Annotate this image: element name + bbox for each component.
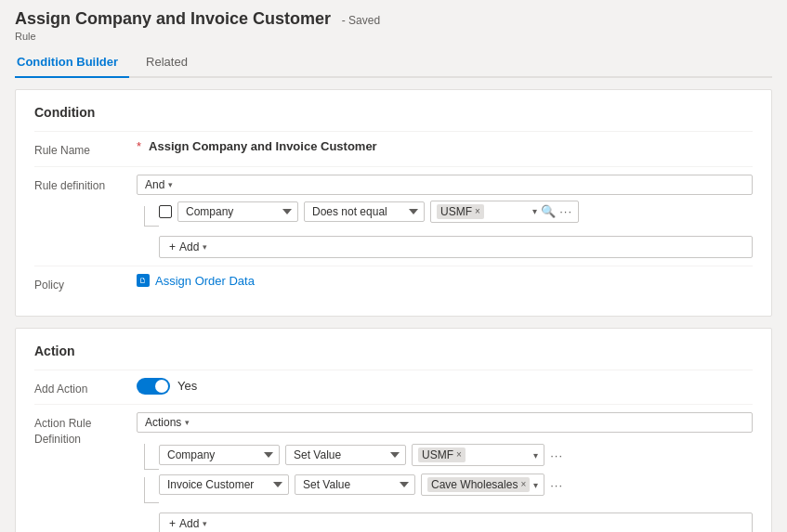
action-add-label: Add: [179, 517, 199, 530]
policy-doc-icon: 🗋: [137, 274, 150, 287]
condition-tag-close-icon[interactable]: ×: [475, 207, 480, 216]
condition-operator-select[interactable]: Does not equal: [304, 201, 425, 222]
action-section-title: Action: [34, 344, 753, 358]
condition-row-1: Company Does not equal USMF × ▾: [159, 201, 579, 223]
toggle-yes-label: Yes: [177, 379, 197, 393]
action-rule-definition-row: Action Rule Definition Actions ▾: [34, 404, 753, 532]
policy-link[interactable]: 🗋 Assign Order Data: [137, 274, 753, 288]
condition-field-select[interactable]: Company: [177, 201, 298, 222]
add-action-row: Add Action Yes: [34, 370, 753, 405]
condition-add-label: Add: [179, 240, 199, 253]
action-tag-close-1[interactable]: ×: [456, 450, 462, 460]
action-tag-close-2[interactable]: ×: [520, 480, 526, 489]
add-action-content: Yes: [137, 378, 753, 395]
condition-tag-text: USMF: [440, 205, 472, 218]
tabs-container: Condition Builder Related: [15, 47, 772, 78]
chevron-down-icon[interactable]: ▾: [532, 206, 537, 216]
action-chevron-1[interactable]: ▾: [533, 450, 538, 461]
rule-name-label: Rule Name: [34, 139, 137, 159]
action-add-plus-icon: +: [169, 517, 176, 530]
condition-checkbox[interactable]: [159, 205, 172, 218]
policy-link-text: Assign Order Data: [155, 274, 255, 288]
rule-name-row: Rule Name * Assign Company and Invoice C…: [34, 131, 753, 166]
action-rule-def-content: Actions ▾ Company: [137, 412, 753, 532]
tag-input-actions: ▾ 🔍 ···: [532, 204, 572, 218]
tab-condition-builder[interactable]: Condition Builder: [15, 47, 129, 78]
action-field-select-1[interactable]: Company: [159, 445, 280, 465]
action-operator-select-2[interactable]: Set Value: [295, 474, 415, 495]
page-title: Assign Company and Invoice Customer: [15, 9, 331, 28]
action-value-tag-1: USMF ×: [418, 448, 466, 462]
action-value-input-1[interactable]: USMF × ▾: [412, 444, 544, 466]
action-operator-select-1[interactable]: Set Value: [285, 445, 406, 465]
add-action-toggle[interactable]: [137, 378, 170, 395]
toggle-knob: [155, 380, 168, 393]
add-action-label: Add Action: [34, 378, 137, 397]
page-container: Assign Company and Invoice Customer - Sa…: [0, 0, 787, 532]
action-tag-text-2: Cave Wholesales: [431, 478, 518, 491]
page-header: Assign Company and Invoice Customer - Sa…: [15, 9, 772, 42]
and-operator-dropdown[interactable]: And ▾: [137, 175, 753, 195]
action-field-select-2[interactable]: Invoice Customer: [159, 474, 289, 495]
tab-related[interactable]: Related: [144, 47, 199, 78]
action-row-2: Invoice Customer Set Value Cave Wholesal…: [159, 474, 563, 496]
condition-value-input[interactable]: USMF × ▾ 🔍 ···: [430, 201, 579, 223]
action-row-1: Company Set Value USMF × ▾: [159, 444, 563, 466]
condition-value-tag: USMF ×: [437, 204, 484, 219]
policy-content: 🗋 Assign Order Data: [137, 274, 753, 288]
action-section: Action Add Action Yes Action Rule Defini…: [15, 328, 772, 532]
actions-operator-dropdown[interactable]: Actions ▾: [137, 412, 753, 433]
required-star: *: [137, 139, 141, 153]
toggle-container: Yes: [137, 378, 753, 395]
action-add-button[interactable]: + Add ▾: [159, 513, 753, 532]
action-value-tag-2: Cave Wholesales ×: [427, 477, 530, 492]
action-value-input-2[interactable]: Cave Wholesales × ▾: [421, 474, 544, 496]
action-ellipsis-2[interactable]: ···: [550, 478, 563, 492]
and-chevron-icon: ▾: [168, 180, 173, 189]
add-chevron-icon: ▾: [203, 242, 207, 252]
rule-name-value: Assign Company and Invoice Customer: [149, 139, 377, 153]
condition-add-button[interactable]: + Add ▾: [159, 236, 753, 258]
policy-label: Policy: [34, 274, 137, 293]
add-plus-icon: +: [169, 240, 176, 253]
actions-operator-label: Actions: [145, 416, 181, 429]
policy-row: Policy 🗋 Assign Order Data: [34, 266, 753, 301]
action-chevron-2[interactable]: ▾: [533, 480, 538, 490]
action-rule-def-label: Action Rule Definition: [34, 412, 137, 448]
condition-section-title: Condition: [34, 105, 753, 120]
page-subtitle: Rule: [15, 31, 772, 42]
search-icon[interactable]: 🔍: [541, 204, 556, 218]
rule-definition-row: Rule definition And ▾ Company: [34, 166, 753, 266]
action-tag-text-1: USMF: [422, 448, 453, 461]
ellipsis-icon[interactable]: ···: [559, 204, 572, 218]
condition-section: Condition Rule Name * Assign Company and…: [15, 89, 772, 317]
saved-badge: - Saved: [342, 14, 380, 27]
rule-definition-content: And ▾ Company Does not equal: [137, 175, 753, 258]
actions-chevron-icon: ▾: [185, 418, 190, 427]
rule-definition-label: Rule definition: [34, 175, 137, 194]
and-operator-label: And: [145, 178, 164, 191]
action-add-chevron-icon: ▾: [203, 519, 207, 528]
rule-name-content: * Assign Company and Invoice Customer: [137, 139, 753, 153]
action-ellipsis-1[interactable]: ···: [550, 448, 563, 462]
